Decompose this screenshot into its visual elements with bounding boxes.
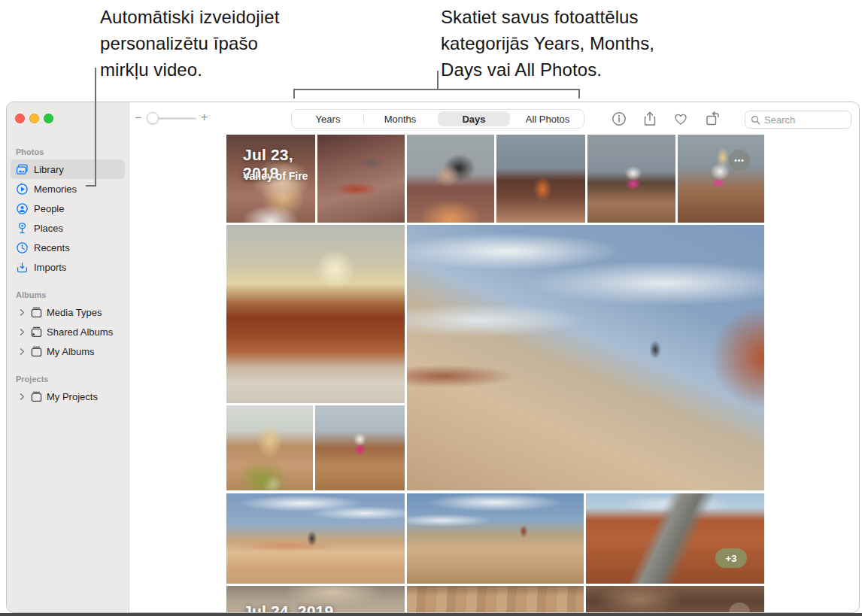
- views-callout-bracket: [293, 89, 580, 90]
- memories-icon: [16, 183, 29, 196]
- photo-thumbnail[interactable]: Jul 24, 2019: [226, 586, 405, 613]
- sidebar-item-my-projects[interactable]: My Projects: [11, 387, 125, 406]
- sidebar-item-recents[interactable]: Recents: [11, 238, 125, 257]
- search-icon: [751, 115, 760, 125]
- sidebar-item-label: People: [34, 203, 64, 214]
- sidebar-item-label: Media Types: [47, 307, 102, 318]
- people-icon: [16, 202, 29, 215]
- sidebar-item-media-types[interactable]: Media Types: [11, 302, 125, 322]
- sidebar-item-my-albums[interactable]: My Albums: [11, 341, 125, 361]
- sidebar-item-imports[interactable]: Imports: [11, 257, 125, 277]
- sidebar-item-label: Library: [34, 164, 64, 175]
- chevron-right-icon[interactable]: [18, 347, 26, 356]
- rotate-icon[interactable]: [704, 111, 721, 127]
- places-icon: [16, 222, 29, 235]
- views-annotation: Skatiet savus fotoattēlus kategorijās Ye…: [441, 4, 712, 83]
- memories-annotation: Automātiski izveidojiet personalizētu īp…: [100, 4, 356, 83]
- album-icon: [30, 345, 43, 358]
- sidebar-section-albums: Albums: [7, 287, 129, 302]
- photo-thumbnail[interactable]: [586, 493, 764, 584]
- photo-thumbnail[interactable]: [407, 586, 584, 613]
- chevron-right-icon[interactable]: [18, 393, 26, 401]
- more-options-button[interactable]: •••: [729, 150, 750, 171]
- views-callout-bracket-left: [293, 89, 295, 99]
- sidebar-item-label: Recents: [34, 242, 70, 253]
- sidebar-item-label: My Albums: [47, 346, 95, 357]
- photo-thumbnail[interactable]: [226, 405, 313, 490]
- photo-thumbnail[interactable]: [407, 135, 494, 223]
- views-callout-bracket-right: [578, 89, 580, 99]
- sidebar-item-places[interactable]: Places: [11, 218, 125, 238]
- tab-all-photos[interactable]: All Photos: [511, 110, 584, 128]
- sidebar-item-memories[interactable]: Memories: [11, 179, 125, 199]
- sidebar-item-label: Shared Albums: [47, 326, 113, 338]
- zoom-in-label[interactable]: +: [201, 111, 208, 124]
- imports-icon: [16, 261, 29, 274]
- sidebar-section-photos: Photos: [7, 144, 129, 159]
- search-field[interactable]: [745, 111, 851, 129]
- close-button[interactable]: [15, 114, 25, 123]
- tab-years[interactable]: Years: [292, 110, 364, 128]
- photo-thumbnail[interactable]: Jul 23, 2019 Valley of Fire: [226, 135, 315, 223]
- sidebar: Photos Library Memories People: [7, 102, 129, 612]
- album-icon: [30, 390, 43, 403]
- favorite-icon[interactable]: [672, 111, 689, 127]
- photo-thumbnail[interactable]: [587, 135, 675, 223]
- chevron-right-icon[interactable]: [18, 308, 26, 317]
- recents-icon: [16, 241, 29, 254]
- search-input[interactable]: [764, 114, 845, 126]
- screenshot-page: Automātiski izveidojiet personalizētu īp…: [0, 0, 862, 616]
- sidebar-item-people[interactable]: People: [11, 199, 125, 218]
- album-icon: [30, 306, 43, 319]
- tab-days[interactable]: Days: [438, 111, 510, 126]
- view-segmented-control: Years Months Days All Photos: [291, 109, 584, 129]
- thumbnail-size-slider-knob[interactable]: [147, 112, 159, 124]
- photo-thumbnail[interactable]: [315, 405, 405, 490]
- memories-callout-tick: [86, 185, 96, 187]
- sidebar-item-label: Memories: [34, 184, 77, 195]
- chevron-right-icon[interactable]: [18, 328, 26, 336]
- tab-months[interactable]: Months: [364, 110, 436, 128]
- sidebar-item-shared-albums[interactable]: Shared Albums: [11, 322, 125, 341]
- zoom-window-button[interactable]: [44, 114, 53, 123]
- photos-app-window: Photos Library Memories People: [6, 102, 860, 613]
- window-bottom-edge: [0, 613, 862, 616]
- memories-callout-line: [95, 68, 96, 187]
- day-group-location: Valley of Fire: [243, 170, 308, 182]
- day-group-date: Jul 24, 2019: [243, 602, 333, 613]
- share-icon[interactable]: [642, 111, 658, 127]
- photo-thumbnail[interactable]: [407, 493, 584, 584]
- photo-thumbnail[interactable]: [407, 225, 764, 490]
- photo-thumbnail[interactable]: [496, 135, 585, 223]
- photo-thumbnail[interactable]: [317, 135, 405, 223]
- photo-thumbnail[interactable]: [678, 135, 764, 223]
- photo-thumbnail[interactable]: [226, 493, 405, 584]
- photo-thumbnail[interactable]: [226, 225, 405, 403]
- views-callout-stem: [437, 71, 439, 90]
- info-icon[interactable]: [611, 111, 627, 127]
- minimize-button[interactable]: [29, 114, 39, 123]
- photos-library-icon: [16, 163, 29, 176]
- overflow-count-badge[interactable]: +3: [715, 548, 747, 568]
- shared-album-icon: [30, 326, 43, 338]
- sidebar-section-projects: Projects: [7, 372, 129, 387]
- sidebar-item-label: Places: [34, 223, 63, 234]
- sidebar-item-label: Imports: [34, 262, 66, 273]
- sidebar-item-label: My Projects: [47, 391, 98, 402]
- sidebar-item-library[interactable]: Library: [11, 159, 125, 179]
- zoom-out-label[interactable]: −: [135, 111, 141, 125]
